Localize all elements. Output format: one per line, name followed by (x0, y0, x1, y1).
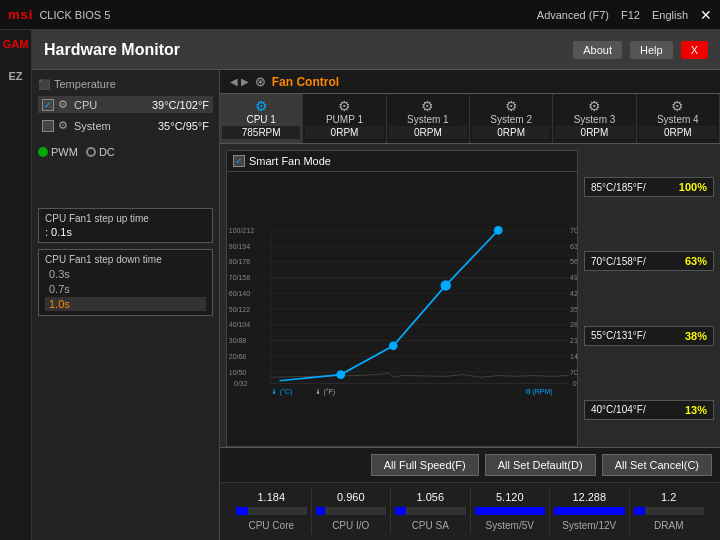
svg-text:2800: 2800 (570, 321, 577, 328)
chart-area: ✓ Smart Fan Mode (220, 144, 720, 447)
fan-step-down-title: CPU Fan1 step down time (45, 254, 206, 265)
temperature-section-header: ⬛ Temperature (38, 78, 213, 90)
cpu-icon: ⚙ (58, 98, 68, 111)
left-sidebar: GAM EZ (0, 30, 32, 540)
legend-item-55[interactable]: 55°C/131°F/ 38% (584, 326, 714, 346)
title-buttons: About Help X (573, 41, 708, 59)
language-label[interactable]: English (652, 9, 688, 21)
fan-tab-sys1-icon: ⚙ (389, 98, 467, 114)
svg-text:0: 0 (573, 380, 577, 387)
f12-label[interactable]: F12 (621, 9, 640, 21)
voltage-section: 1.184 CPU Core 0.960 CPU I/O (220, 482, 720, 540)
svg-text:0/32: 0/32 (234, 380, 248, 387)
cpu-io-bar-container (316, 507, 387, 515)
svg-text:20/68: 20/68 (229, 353, 247, 360)
sys5v-bar-container (475, 507, 546, 515)
fan-tab-pump1[interactable]: ⚙ PUMP 1 0RPM (303, 94, 386, 143)
svg-text:4900: 4900 (570, 274, 577, 281)
fan-tab-sys1-label: System 1 (389, 114, 467, 125)
system-temp-checkbox[interactable] (42, 120, 54, 132)
svg-point-39 (494, 226, 503, 235)
bios-label: CLICK BIOS 5 (39, 9, 110, 21)
time-opt-07[interactable]: 0.7s (45, 282, 206, 296)
svg-text:80/176: 80/176 (229, 258, 251, 265)
voltage-dram: 1.2 DRAM (630, 489, 709, 534)
all-full-speed-button[interactable]: All Full Speed(F) (371, 454, 479, 476)
legend-item-40[interactable]: 40°C/104°F/ 13% (584, 400, 714, 420)
smart-fan-mode-header: ✓ Smart Fan Mode (227, 151, 577, 172)
fan-step-up-title: CPU Fan1 step up time (45, 213, 206, 224)
voltage-items: 1.184 CPU Core 0.960 CPU I/O (232, 489, 708, 534)
dc-radio[interactable]: DC (86, 146, 115, 158)
svg-text:5600: 5600 (570, 258, 577, 265)
cpu-core-bar-container (236, 507, 307, 515)
svg-point-37 (389, 341, 398, 350)
temperature-label: Temperature (54, 78, 116, 90)
voltage-sys5v: 5.120 System/5V (471, 489, 551, 534)
legend-pct-38: 38% (685, 330, 707, 342)
time-options: 0.3s 0.7s 1.0s (45, 267, 206, 311)
cpu-temp-row[interactable]: ✓ ⚙ CPU 39°C/102°F (38, 96, 213, 113)
legend-item-85[interactable]: 85°C/185°F/ 100% (584, 177, 714, 197)
help-button[interactable]: Help (630, 41, 673, 59)
fan-tab-sys4[interactable]: ⚙ System 4 0RPM (637, 94, 720, 143)
sidebar-item-ez[interactable]: EZ (8, 70, 22, 82)
fan-tab-sys3-label: System 3 (555, 114, 633, 125)
chart-section: ✓ Smart Fan Mode (220, 144, 720, 482)
svg-text:100/212: 100/212 (229, 227, 254, 234)
fan-icon: ⊛ (255, 74, 266, 89)
fan-tab-sys3[interactable]: ⚙ System 3 0RPM (553, 94, 636, 143)
legend-pct-13: 13% (685, 404, 707, 416)
top-bar-left: msi CLICK BIOS 5 (8, 7, 110, 22)
fan-tab-sys2-label: System 2 (472, 114, 550, 125)
legend-temp-85: 85°C/185°F/ (591, 182, 646, 193)
sys5v-label: System/5V (486, 520, 534, 531)
system-icon: ⚙ (58, 119, 68, 132)
svg-text:70/158: 70/158 (229, 274, 251, 281)
fan-tab-sys1[interactable]: ⚙ System 1 0RPM (387, 94, 470, 143)
sys12v-bar (554, 507, 625, 515)
cpu-temp-value: 39°C/102°F (152, 99, 209, 111)
fan-tab-pump1-icon: ⚙ (305, 98, 383, 114)
fan-tab-cpu1[interactable]: ⚙ CPU 1 785RPM (220, 94, 303, 143)
main-area: Hardware Monitor About Help X ⬛ Temperat… (32, 30, 720, 540)
fan-tab-sys1-rpm: 0RPM (389, 126, 467, 139)
title-bar: Hardware Monitor About Help X (32, 30, 720, 70)
all-set-default-button[interactable]: All Set Default(D) (485, 454, 596, 476)
topbar-close-button[interactable]: ✕ (700, 7, 712, 23)
system-temp-row[interactable]: ⚙ System 35°C/95°F (38, 117, 213, 134)
legend-item-70[interactable]: 70°C/158°F/ 63% (584, 251, 714, 271)
fan-step-up-box: CPU Fan1 step up time : 0.1s (38, 208, 213, 243)
top-bar: msi CLICK BIOS 5 Advanced (F7) F12 Engli… (0, 0, 720, 30)
svg-text:90/194: 90/194 (229, 243, 251, 250)
cpu-io-value: 0.960 (316, 491, 387, 503)
legend-pct-100: 100% (679, 181, 707, 193)
pwm-radio-dot (38, 147, 48, 157)
time-opt-10[interactable]: 1.0s (45, 297, 206, 311)
smart-fan-checkbox[interactable]: ✓ (233, 155, 245, 167)
about-button[interactable]: About (573, 41, 622, 59)
chart-container: ✓ Smart Fan Mode (226, 150, 578, 447)
dram-bar (634, 507, 646, 515)
sys12v-value: 12.288 (554, 491, 625, 503)
pwm-radio[interactable]: PWM (38, 146, 78, 158)
fan-tab-sys2[interactable]: ⚙ System 2 0RPM (470, 94, 553, 143)
svg-text:700: 700 (570, 369, 577, 376)
dram-value: 1.2 (634, 491, 705, 503)
smart-fan-label: Smart Fan Mode (249, 155, 331, 167)
window-close-button[interactable]: X (681, 41, 708, 59)
fan-curve-chart[interactable]: 100/212 90/194 80/176 70/158 60/140 50/1… (227, 172, 577, 446)
dram-label: DRAM (654, 520, 683, 531)
thermometer-icon: ⬛ (38, 79, 50, 90)
voltage-cpu-sa: 1.056 CPU SA (391, 489, 471, 534)
cpu-temp-checkbox[interactable]: ✓ (42, 99, 54, 111)
fan-tab-pump1-label: PUMP 1 (305, 114, 383, 125)
fan-tab-sys3-icon: ⚙ (555, 98, 633, 114)
svg-text:2100: 2100 (570, 337, 577, 344)
sidebar-item-game[interactable]: GAM (3, 38, 29, 50)
advanced-mode-label[interactable]: Advanced (F7) (537, 9, 609, 21)
legend-temp-70: 70°C/158°F/ (591, 256, 646, 267)
all-set-cancel-button[interactable]: All Set Cancel(C) (602, 454, 712, 476)
legend-pct-63: 63% (685, 255, 707, 267)
time-opt-03[interactable]: 0.3s (45, 267, 206, 281)
